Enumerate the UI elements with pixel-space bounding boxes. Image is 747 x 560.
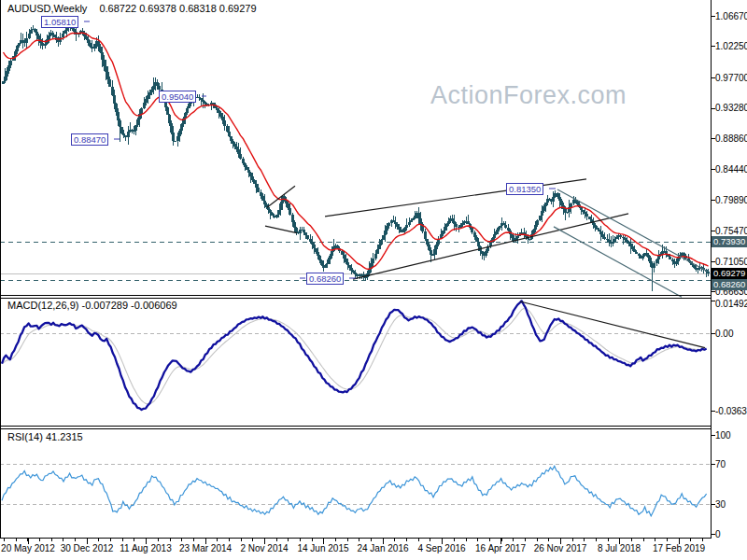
rsi-line [2,466,707,516]
macd-main-line [2,301,707,410]
macd-trendline [520,301,705,348]
macd-indicator-label: MACD(12,26,9) -0.007289 -0.006069 [7,300,177,311]
trading-chart-window: ActionForex.com AUDUSD,Weekly0.68722 0.6… [0,0,747,560]
chart-canvas [0,0,747,560]
trendline [353,214,628,279]
symbol-timeframe-label: AUDUSD,Weekly [7,3,87,14]
trendline [265,226,297,232]
candlestick-wicks [4,19,709,292]
ohlc-values: 0.68722 0.69378 0.68318 0.69279 [99,3,256,14]
macd-signal-line [2,309,707,404]
chart-title: AUDUSD,Weekly0.68722 0.69378 0.68318 0.6… [7,3,257,14]
rsi-indicator-label: RSI(14) 41.2315 [7,431,83,442]
trendline [557,189,708,272]
candlestick-bodies [4,26,709,278]
